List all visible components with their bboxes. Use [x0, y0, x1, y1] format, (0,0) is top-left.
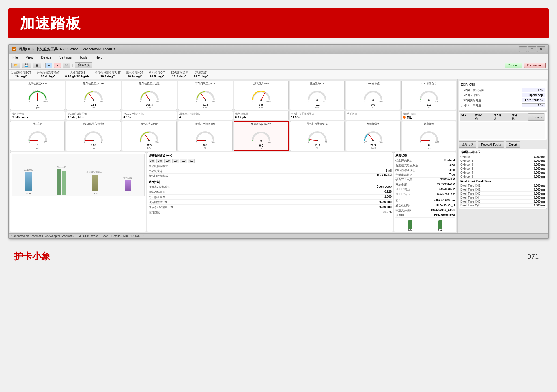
self-learn-label: 自学习修正值	[149, 190, 165, 194]
menu-file[interactable]: File	[11, 55, 19, 60]
charts-container: 92.13099 EGR 增压压力	[10, 152, 146, 232]
gauge-ngp-title: 燃气压力NGP	[253, 82, 269, 85]
gauge-row-2: 整车车速 0 159 0 kph 第1缸线圈充电时间	[10, 121, 456, 151]
sensor-ect-value: 29 degC	[15, 75, 27, 78]
status-footer: Connected on Scanmatik SM2 Adapter Scanm…	[9, 233, 548, 238]
reset-all-faults-btn[interactable]: Reset All Faults	[478, 141, 504, 148]
window-controls[interactable]: — □ ✕	[519, 46, 545, 52]
maximize-button[interactable]: □	[528, 46, 536, 52]
chart-boost-label-top: 增压压力	[57, 165, 66, 169]
cyl2-value: 0.000 ms	[534, 159, 545, 162]
gauges-panel: 发动机转速RPM 0 3000 1500 0 rpm 进气歧管压力MAP	[9, 79, 457, 233]
disconnect-button[interactable]: Disconnect	[524, 63, 546, 68]
throttle-control-value: Foot Pedal	[377, 174, 392, 178]
menu-device[interactable]: Device	[40, 55, 53, 60]
menu-help[interactable]: Help	[94, 55, 104, 60]
fault-table-section: SFC 故障名称 是否确认 未确认 Previous	[459, 111, 547, 140]
menu-tools[interactable]: Tools	[78, 55, 89, 60]
fault-record-btn[interactable]: 故障记录	[459, 141, 476, 148]
info-ignition: 第1缸点火提前角 0.0 deg btdc	[66, 111, 121, 120]
demand-phi-value: 0.000 phi	[379, 200, 392, 204]
status-footer-text: Connected on Scanmatik SM2 Adapter Scanm…	[11, 234, 145, 238]
gauge-egr-cmd-title: EGR命令值	[366, 82, 380, 85]
cylinder-section: 传感器电源电压 Cylinder 1 0.000 ms Cylinder 2 0…	[459, 149, 547, 209]
svg-line-58	[369, 134, 373, 141]
chart-exhaust-bar	[125, 180, 131, 191]
gauge-map-set-title: 进气歧管压力设定	[139, 82, 160, 85]
fuel-control-mode-row: 机节态2控制模式 Open-Loop	[149, 185, 392, 189]
customer-value: 460PS/1900rpm	[434, 199, 455, 203]
sensor-sh-label: 绝对湿度SH	[70, 71, 85, 75]
svg-text:100: 100	[435, 101, 438, 103]
actuator-row: 执行器激活状态 False	[395, 168, 455, 173]
gauge-eng-temp-title: 发动机温度	[367, 122, 379, 126]
toolbar-open[interactable]: 📂	[11, 63, 20, 68]
gauge-eng-temp-svg: -26 100	[362, 126, 384, 143]
cal-code-value: 1003792116_G001	[431, 208, 455, 212]
cyl4-value: 0.000 ms	[534, 167, 545, 170]
minimize-button[interactable]: —	[519, 46, 527, 52]
gauge-baro-unit: kPa	[147, 147, 151, 149]
footer-brand: 护卡小象	[14, 250, 50, 263]
svg-text:1.6: 1.6	[100, 141, 102, 143]
svg-text:0: 0	[84, 141, 85, 143]
dwell-cyl6-row: Dwell Time Cyl6 0.000 ms	[460, 204, 545, 208]
dwell-cyl3-value: 0.000 ms	[534, 192, 545, 195]
svg-text:0: 0	[364, 101, 365, 103]
toolbar-refresh[interactable]: ↻	[63, 63, 70, 68]
chart-phi-label: 氧传感器测量Phi	[86, 171, 103, 174]
system-overview-btn[interactable]: 系统概况	[75, 62, 92, 68]
info-mil-value: MIL	[403, 116, 455, 119]
toolbar-stop[interactable]: ●	[54, 63, 61, 68]
close-button[interactable]: ✕	[537, 46, 545, 52]
gauge-tps1: 节气门位置TPS_1 0 100 11.0 %	[290, 121, 345, 151]
svg-text:0: 0	[196, 101, 197, 103]
gauge-map-unit: kPa	[92, 106, 96, 109]
menu-view[interactable]: View	[25, 55, 34, 60]
cyl2-row: Cylinder 2 0.000 ms	[460, 159, 545, 163]
xdrp1-row: XDRP1电压 5.0231986 V	[395, 187, 455, 192]
toolbar-print[interactable]: 🖨	[33, 63, 41, 68]
demand-phi-row: 设定的需求Phi 0.000 phi	[149, 200, 392, 205]
bench-mode-value: False	[448, 163, 455, 167]
menu-settings[interactable]: Settings	[58, 55, 73, 60]
xdrp2-row: XDRP2电压 5.02075672 V	[395, 192, 455, 197]
gauge-baro-title: 大气压力BaroP	[141, 122, 158, 126]
chart-egr-label: EGR	[26, 192, 31, 195]
gauge-ptp-unit: kPa	[203, 106, 207, 109]
sensor-bar-1-label: 5.02	[408, 229, 412, 231]
fault-col-confirm: 是否确认	[494, 113, 504, 121]
cyl4-row: Cylinder 4 0.000 ms	[460, 167, 545, 171]
toolbar-save[interactable]: 💾	[22, 63, 31, 68]
dwell-cyl2-row: Dwell Time Cyl2 0.000 ms	[460, 188, 545, 192]
self-learn-value: 0.928	[384, 190, 392, 194]
gauge-map-set: 进气歧管压力设定 0 250 109.3 kPa	[122, 81, 177, 110]
svg-text:100: 100	[324, 141, 327, 143]
gauge-oip-value: -0.1	[315, 103, 319, 106]
egr-loop-label: EGR 开环/闭环	[461, 93, 480, 97]
connect-button[interactable]: Connect	[505, 63, 522, 68]
export-btn[interactable]: Export	[506, 141, 520, 148]
sensor-oit: 机油温度OiT 28.5 degC	[149, 71, 165, 78]
info-gas-label: 燃气消耗量	[235, 112, 287, 116]
gauge-baro: 大气压力BaroP 0 250 92.5 kPa	[122, 121, 177, 151]
dwell-cyl1-value: 0.000 ms	[534, 184, 545, 187]
gauge-map-set-svg: 0 250	[138, 86, 161, 103]
gauge-egr-actual-title: EGR实际位器	[421, 82, 437, 85]
egr-row-setpoint: EGR阀开度设定值 0 %	[461, 88, 545, 92]
svg-text:0: 0	[29, 101, 30, 103]
svg-text:1500: 1500	[33, 90, 38, 92]
humidity-label: 相对湿度	[149, 210, 160, 214]
previous-button[interactable]: Previous	[528, 113, 544, 121]
content-area: 发动机转速RPM 0 3000 1500 0 rpm 进气歧管压力MAP	[9, 79, 548, 233]
svg-text:0: 0	[84, 101, 85, 103]
info-tps2-value: 11.3 %	[291, 116, 343, 119]
info-fault-label: 当前故障	[347, 112, 399, 116]
egr-openloop-value: 0 %	[522, 103, 545, 107]
toolbar-go[interactable]: ●	[45, 63, 52, 68]
sensor-ngt: 燃气温度NGT 28.9 degC	[126, 71, 143, 78]
sensor-voltage-title: 传感器电源电压	[460, 150, 545, 154]
svg-text:800: 800	[323, 101, 326, 103]
gauge-baro-value: 92.5	[147, 144, 152, 147]
cyl3-label: Cylinder 3	[460, 163, 473, 166]
